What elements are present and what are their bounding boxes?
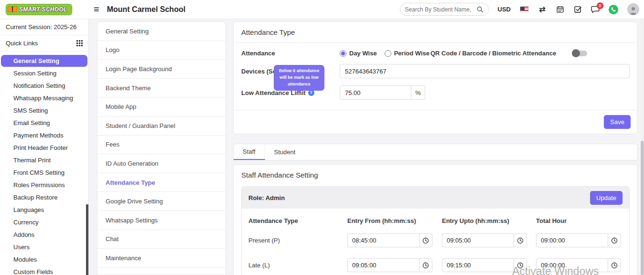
attendance-type-card: Attendance Type Attendance Day Wise Peri… xyxy=(233,21,638,134)
settings-menu-item[interactable]: Fees xyxy=(97,136,225,155)
clock-icon[interactable] xyxy=(608,258,621,272)
entry-upto-input[interactable] xyxy=(442,258,514,272)
day-wise-radio[interactable]: Day Wise xyxy=(340,50,377,57)
save-button[interactable]: Save xyxy=(604,115,631,129)
settings-menu-item[interactable]: Backend Theme xyxy=(97,79,225,98)
entry-upto-group xyxy=(442,258,527,272)
attendance-label: Attendance xyxy=(241,50,340,57)
logo-badge: SMART SCHOOL xyxy=(6,4,72,15)
currency-label[interactable]: USD xyxy=(498,6,511,13)
col-entry-upto: Entry Upto (hh:mm:ss) xyxy=(442,217,536,224)
student-search[interactable] xyxy=(400,3,489,16)
sidebar-item[interactable]: Thermal Print xyxy=(1,154,87,166)
devices-input[interactable] xyxy=(340,64,630,78)
language-flag-icon[interactable] xyxy=(520,6,529,12)
sidebar-item[interactable]: Front CMS Setting xyxy=(1,167,87,179)
tab[interactable]: Student xyxy=(265,144,305,160)
table-header: Attendance Type Entry From (hh:mm:ss) En… xyxy=(248,211,623,229)
clock-icon[interactable] xyxy=(419,233,432,247)
top-header: SMART SCHOOL ≡ Mount Carmel School USD ⇄ xyxy=(0,0,644,19)
clock-icon[interactable] xyxy=(419,258,432,272)
search-input[interactable] xyxy=(405,6,477,13)
role-panel: Role: Admin Update Attendance Type Entry… xyxy=(241,186,630,275)
sidebar-item[interactable]: Email Setting xyxy=(1,117,87,129)
clock-icon[interactable] xyxy=(514,233,527,247)
sidebar-item[interactable]: Print Header Footer xyxy=(1,142,87,154)
settings-menu-item[interactable]: Attendance Type xyxy=(97,173,225,192)
entry-from-group xyxy=(347,233,432,247)
sidebar-item[interactable]: Modules xyxy=(1,254,87,265)
sidebar-item[interactable]: Session Setting xyxy=(1,67,87,79)
clock-icon[interactable] xyxy=(514,258,527,272)
period-wise-radio-input[interactable] xyxy=(385,50,391,57)
app-logo[interactable]: SMART SCHOOL xyxy=(0,4,89,15)
main-content: Attendance Type Attendance Day Wise Peri… xyxy=(233,21,638,275)
percent-addon: % xyxy=(411,85,425,100)
total-hour-input[interactable] xyxy=(536,258,608,272)
sidebar-item[interactable]: General Setting xyxy=(1,55,87,67)
role-label: Role: Admin xyxy=(248,194,285,201)
sidebar-item[interactable]: Users xyxy=(1,241,87,253)
quick-links-header: Quick Links xyxy=(0,35,88,52)
sidebar-item[interactable]: Custom Fields xyxy=(1,266,87,275)
day-wise-radio-input[interactable] xyxy=(340,50,346,57)
sidebar-item[interactable]: Payment Methods xyxy=(1,129,87,141)
messages-count-badge: 0 xyxy=(597,2,603,9)
table-body: Present (P) xyxy=(248,229,623,275)
total-hour-input[interactable] xyxy=(536,233,608,247)
header-actions: USD ⇄ xyxy=(400,3,644,16)
table-row: Late (L) xyxy=(248,254,623,275)
settings-menu-item[interactable]: Chat xyxy=(97,230,225,249)
sidebar-item[interactable]: Currency xyxy=(1,216,87,228)
todo-check-icon[interactable] xyxy=(573,5,582,14)
settings-menu-item[interactable]: Whatsapp Settings xyxy=(97,211,225,230)
toggle-knob xyxy=(572,49,580,57)
sidebar-item[interactable]: SMS Setting xyxy=(1,105,87,116)
low-attendance-input[interactable] xyxy=(340,85,411,100)
page-scrollbar-thumb[interactable] xyxy=(641,141,644,275)
sidebar-item[interactable]: Roles Permissions xyxy=(1,179,87,191)
settings-menu-item[interactable]: Google Drive Setting xyxy=(97,192,225,211)
sidebar-item[interactable]: Whatsapp Messaging xyxy=(1,92,87,104)
settings-menu-item[interactable]: Logo xyxy=(97,41,225,60)
attendance-card-title: Attendance Type xyxy=(234,22,637,43)
settings-menu-item[interactable]: Student / Guardian Panel xyxy=(97,116,225,136)
attendance-mode-row: Attendance Day Wise Period Wise QR Code … xyxy=(241,50,630,57)
current-session-label: Current Session: 2025-26 xyxy=(0,19,88,35)
grid-icon[interactable] xyxy=(76,40,83,46)
entry-from-group xyxy=(347,258,432,272)
attendance-table: Attendance Type Entry From (hh:mm:ss) En… xyxy=(242,209,629,275)
entry-from-input[interactable] xyxy=(347,258,419,272)
sidebar-item[interactable]: Backup Restore xyxy=(1,191,87,203)
attendance-type-label: Present (P) xyxy=(248,237,347,244)
entry-upto-group xyxy=(442,233,527,247)
entry-upto-input[interactable] xyxy=(442,233,514,247)
settings-menu-item[interactable]: ID Auto Generation xyxy=(97,154,225,173)
role-bar: Role: Admin Update xyxy=(242,187,629,209)
messages-icon[interactable]: 0 xyxy=(591,5,600,14)
whatsapp-icon[interactable] xyxy=(609,5,618,14)
settings-menu-item[interactable]: General Setting xyxy=(97,22,225,41)
table-row: Present (P) xyxy=(248,229,623,254)
staff-setting-title: Staff Attendance Setting xyxy=(234,165,637,186)
sidebar-item[interactable]: Languages xyxy=(1,204,87,216)
settings-menu-item[interactable]: Mobile App xyxy=(97,97,225,116)
clock-icon[interactable] xyxy=(608,233,621,247)
session-transfer-icon[interactable]: ⇄ xyxy=(538,5,547,14)
settings-menu-item[interactable]: Maintenance xyxy=(97,249,225,268)
sidebar-item[interactable]: Addons xyxy=(1,229,87,241)
sidebar-item[interactable]: Notification Setting xyxy=(1,80,87,92)
calendar-icon[interactable] xyxy=(556,5,564,14)
page-scrollbar[interactable] xyxy=(641,19,644,275)
qr-biometric-toggle[interactable] xyxy=(572,51,587,56)
sidebar-scrollbar[interactable] xyxy=(86,204,88,275)
hamburger-menu-icon[interactable]: ≡ xyxy=(94,4,99,15)
staff-student-tabs: Staff Student xyxy=(233,144,638,160)
update-button[interactable]: Update xyxy=(590,191,623,205)
tab[interactable]: Staff xyxy=(234,144,265,160)
user-avatar[interactable] xyxy=(627,3,639,15)
settings-menu-item[interactable]: Login Page Background xyxy=(97,60,225,79)
entry-from-input[interactable] xyxy=(347,233,419,247)
period-wise-radio[interactable]: Period Wise xyxy=(385,50,429,57)
search-icon[interactable] xyxy=(477,6,483,13)
